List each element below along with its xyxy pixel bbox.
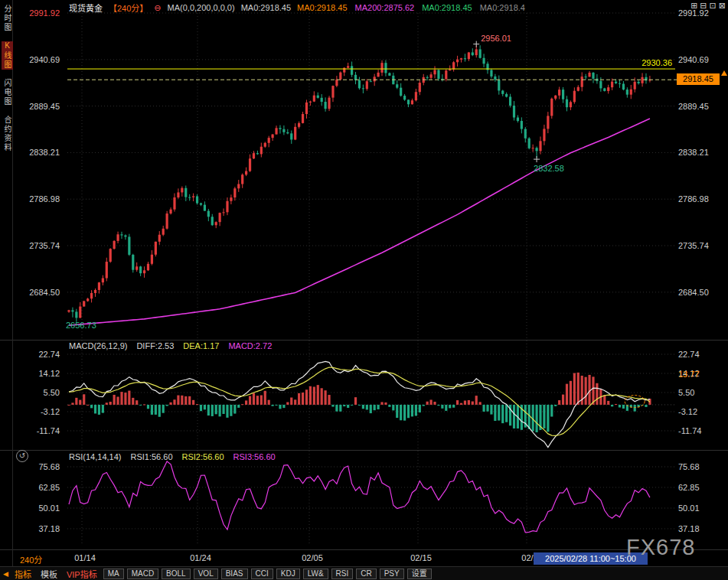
rsi-y-tick: 37.18 <box>678 524 726 533</box>
hline-price-label: 2930.36 <box>626 58 672 67</box>
indicator-button-cr[interactable]: CR <box>356 569 376 579</box>
main-y-tick: 2735.74 <box>21 241 60 250</box>
macd-y-tick: -11.74 <box>678 426 726 435</box>
last-price-marker: 2918.45 <box>677 73 720 85</box>
last-price-arrow-icon <box>721 70 727 76</box>
rsi-y-tick: 50.01 <box>678 503 726 513</box>
rsi-header: RSI(14,14,14) RSI1:56.60 RSI2:56.60 RSI3… <box>69 452 276 461</box>
indicator-buttons: MAMACDBOLLVOLBIASCCIKDJLW&RSICRPSY设置 <box>103 569 432 579</box>
indicator-button-boll[interactable]: BOLL <box>162 569 191 579</box>
rsi-y-tick: 37.18 <box>21 524 60 533</box>
collapse-icon[interactable]: ⊖ <box>154 3 161 13</box>
trough-price-annotation: 2832.58 <box>534 164 564 173</box>
main-y-tick: 2991.92 <box>21 8 60 18</box>
macd-title: MACD(26,12,9) <box>69 341 127 350</box>
rsi-y-tick: 75.68 <box>21 462 60 471</box>
indicator-toolbar: ◀ 指标模板VIP指标 MAMACDBOLLVOLBIASCCIKDJLW&RS… <box>0 566 728 580</box>
indicator-button-vol[interactable]: VOL <box>194 569 218 579</box>
indicator-button-kdj[interactable]: KDJ <box>276 569 300 579</box>
main-y-tick: 2786.98 <box>21 194 60 204</box>
sidebar-item-3[interactable]: 合约资料 <box>2 116 13 152</box>
main-y-tick: 2735.74 <box>678 241 726 250</box>
time-axis-label: 02/15 <box>404 553 438 562</box>
indicator-button-rsi[interactable]: RSI <box>331 569 354 579</box>
main-y-tick: 2838.21 <box>678 148 726 157</box>
period-label: 【240分】 <box>109 2 148 14</box>
macd-dea-value: DEA:1.17 <box>183 341 219 350</box>
symbol-title: 现货黄金 <box>69 2 103 14</box>
main-y-tick: 2889.45 <box>21 102 60 111</box>
macd-y-tick: -3.12 <box>21 407 60 416</box>
ma-value-2: MA0:2918.45 <box>422 3 472 12</box>
macd-y-tick: 22.74 <box>678 350 726 359</box>
main-y-tick: 2991.92 <box>678 8 726 18</box>
reset-zoom-icon[interactable]: ↺ <box>16 450 28 462</box>
ma-value-1: MA200:2875.62 <box>355 3 415 12</box>
rsi-title: RSI(14,14,14) <box>69 452 121 461</box>
rsi1-value: RSI1:56.60 <box>130 452 172 461</box>
rsi3-value: RSI3:56.60 <box>233 452 276 461</box>
ma-value-3: MA0:2918.4 <box>480 3 525 12</box>
rsi-y-tick: 62.85 <box>21 483 60 492</box>
indicator-button-macd[interactable]: MACD <box>127 569 158 579</box>
chart-canvas[interactable] <box>0 0 728 580</box>
ma0-value: MA0:2918.45 <box>241 3 291 12</box>
main-y-tick: 2684.50 <box>21 288 60 297</box>
toolbar-tab-2[interactable]: VIP指标 <box>64 568 100 580</box>
toolbar-tab-0[interactable]: 指标 <box>12 568 34 580</box>
rsi-y-tick: 50.01 <box>21 503 60 513</box>
macd-diff-value: DIFF:2.53 <box>136 341 174 350</box>
indicator-button-ma[interactable]: MA <box>103 569 124 579</box>
rsi-y-tick: 62.85 <box>678 483 726 492</box>
time-axis-label: 02/05 <box>295 553 329 562</box>
macd-y-tick: 14.12 <box>21 369 60 378</box>
macd-y-tick: 5.50 <box>21 388 60 397</box>
macd-y-tick: -3.12 <box>678 407 726 416</box>
main-y-tick: 2889.45 <box>678 102 726 111</box>
watermark: FX678 <box>626 535 695 560</box>
ma-value-0: MA0:2918.45 <box>297 3 347 12</box>
macd-header: MACD(26,12,9) DIFF:2.53 DEA:1.17 MACD:2.… <box>69 341 272 350</box>
macd-current-marker: 13.77 <box>678 370 700 379</box>
rsi2-value: RSI2:56.60 <box>182 452 224 461</box>
sidebar-item-0[interactable]: 分时图 <box>2 5 13 32</box>
macd-y-tick: 22.74 <box>21 350 60 359</box>
macd-macd-value: MACD:2.72 <box>228 341 272 350</box>
ma-settings-label: MA(0,0,200,0,0,0) <box>168 3 235 12</box>
sidebar-item-1[interactable]: K线图 <box>2 41 13 70</box>
indicator-button-psy[interactable]: PSY <box>380 569 404 579</box>
time-axis-label: 01/24 <box>184 553 217 562</box>
main-y-tick: 2786.98 <box>678 194 726 204</box>
trading-terminal: 分时图K线图闪电图合约资料 ↺ 现货黄金 【240分】 ⊖ MA(0,0,200… <box>0 0 728 580</box>
macd-y-tick: -11.74 <box>21 426 60 435</box>
indicator-button-lw[interactable]: LW& <box>303 569 328 579</box>
sidebar: 分时图K线图闪电图合约资料 <box>0 0 12 566</box>
peak-price-annotation: 2956.01 <box>481 34 511 43</box>
toolbar-back-icon[interactable]: ◀ <box>3 570 8 578</box>
sidebar-item-2[interactable]: 闪电图 <box>2 79 13 106</box>
ma-values: MA0:2918.45MA200:2875.62MA0:2918.45MA0:2… <box>297 3 525 12</box>
toolbar-tabs: 指标模板VIP指标 <box>12 568 100 580</box>
rsi-y-tick: 75.68 <box>678 462 726 471</box>
time-axis-label: 01/14 <box>68 553 102 562</box>
indicator-button-bias[interactable]: BIAS <box>221 569 248 579</box>
indicator-button-[interactable]: 设置 <box>407 569 432 579</box>
chart-header: 现货黄金 【240分】 ⊖ MA(0,0,200,0,0,0) MA0:2918… <box>69 2 525 14</box>
toolbar-tab-1[interactable]: 模板 <box>38 568 60 580</box>
main-y-tick: 2940.69 <box>678 55 726 64</box>
main-y-tick: 2684.50 <box>678 288 726 297</box>
start-low-annotation: 2656.73 <box>66 321 96 330</box>
main-y-tick: 2838.21 <box>21 148 60 157</box>
indicator-button-cci[interactable]: CCI <box>251 569 273 579</box>
macd-y-tick: 5.50 <box>678 388 726 397</box>
main-y-tick: 2940.69 <box>21 55 60 64</box>
timeframe-label[interactable]: 240分 <box>20 553 42 565</box>
